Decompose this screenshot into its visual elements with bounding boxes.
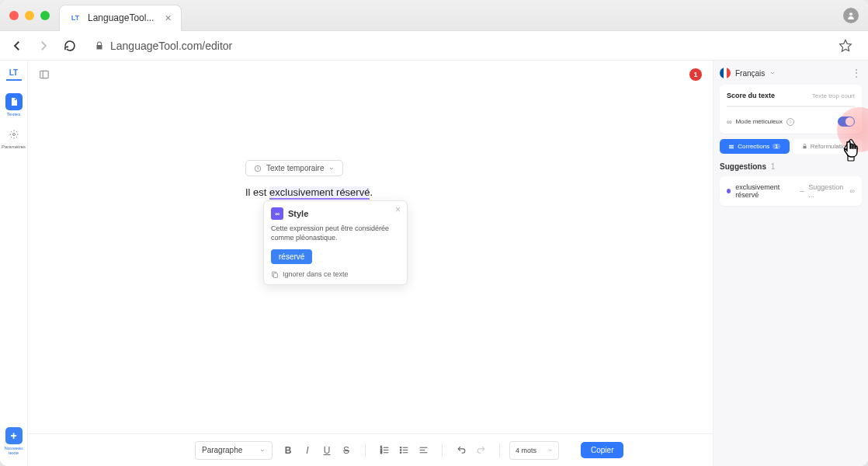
chevron-down-icon — [547, 447, 553, 453]
chevron-down-icon — [259, 447, 266, 454]
svg-point-17 — [400, 450, 401, 451]
chevron-down-icon — [328, 165, 335, 172]
panel-toggle-icon[interactable] — [39, 69, 50, 80]
suggestion-item[interactable]: exclusivement réservé – Suggestion ... ∞ — [720, 176, 862, 206]
forward-button[interactable] — [34, 37, 53, 55]
separator — [442, 443, 443, 457]
chevron-down-icon — [769, 70, 776, 76]
undo-button[interactable] — [452, 441, 470, 460]
traffic-lights — [9, 11, 50, 20]
paragraph-style-select[interactable]: Paragraphe — [195, 441, 273, 460]
bullet-list-button[interactable] — [394, 441, 413, 460]
underline-button[interactable]: U — [318, 441, 336, 460]
tab-corrections-badge: 1 — [773, 144, 780, 149]
user-avatar-icon[interactable] — [843, 8, 859, 23]
history-group — [452, 441, 490, 460]
apply-suggestion-button[interactable]: réservé — [271, 249, 312, 264]
sidebar-item-parametres[interactable]: Paramètres — [2, 123, 26, 152]
panel-tabs: Corrections 1 Reformulations — [720, 139, 862, 154]
clock-icon — [254, 165, 262, 172]
lock-icon — [95, 41, 104, 50]
align-button[interactable] — [414, 441, 432, 460]
tab-corrections-label: Corrections — [738, 143, 769, 150]
text-prefix: Il est — [245, 186, 269, 198]
svg-rect-6 — [273, 273, 277, 278]
tab-favicon-icon: LT — [69, 12, 82, 24]
svg-point-0 — [849, 12, 852, 16]
new-text-label: Nouveau texte — [2, 446, 26, 455]
sidebar-item-label: Textes — [7, 112, 20, 116]
document-title: Texte temporaire — [266, 164, 324, 172]
maximize-window-button[interactable] — [40, 11, 50, 20]
info-icon[interactable]: i — [786, 118, 794, 126]
infinity-icon: ∞ — [850, 187, 855, 195]
check-icon — [728, 144, 734, 150]
suggestions-heading: Suggestions 1 — [720, 162, 862, 171]
content-area: LT Textes Paramètres + Nouveau texte — [0, 61, 868, 466]
svg-point-16 — [400, 447, 401, 448]
dash: – — [800, 187, 804, 195]
browser-tab[interactable]: LT LanguageTool... × — [59, 5, 182, 31]
score-status: Texte trop court — [812, 92, 855, 99]
popup-description: Cette expression peut être considérée co… — [271, 224, 400, 242]
reload-button[interactable] — [61, 37, 79, 55]
ignore-button[interactable]: Ignorer dans ce texte — [271, 270, 400, 278]
left-rail: LT Textes Paramètres + Nouveau texte — [0, 61, 28, 466]
paragraph-label: Paragraphe — [202, 446, 242, 454]
sidebar-item-label: Paramètres — [2, 144, 26, 149]
minimize-window-button[interactable] — [25, 11, 34, 20]
lock-icon — [802, 144, 807, 149]
svg-point-1 — [12, 134, 15, 136]
back-button[interactable] — [8, 37, 26, 55]
language-label: Français — [735, 69, 765, 78]
popup-title: Style — [288, 209, 308, 218]
url-field[interactable]: LanguageTool.com/editor — [87, 36, 860, 56]
style-badge-icon: ∞ — [271, 207, 283, 220]
document-icon — [5, 93, 23, 110]
bottom-toolbar: Paragraphe B I U S 123 — [28, 433, 713, 466]
sidebar-item-textes[interactable]: Textes — [2, 90, 26, 120]
new-text-button[interactable]: + Nouveau texte — [2, 424, 26, 458]
bookmark-star-icon[interactable] — [838, 39, 852, 53]
tab-reformulations[interactable]: Reformulations — [793, 139, 863, 154]
notification-badge[interactable]: 1 — [689, 68, 702, 81]
svg-text:3: 3 — [380, 451, 382, 454]
document-title-dropdown[interactable]: Texte temporaire — [245, 160, 343, 176]
separator — [365, 443, 366, 457]
infinity-icon: ∞ — [727, 118, 731, 126]
close-icon[interactable]: × — [395, 204, 401, 215]
ignore-icon — [271, 270, 279, 278]
strikethrough-button[interactable]: S — [337, 441, 356, 460]
format-group: B I U S — [279, 441, 356, 460]
text-suffix: . — [370, 186, 373, 198]
flag-france-icon — [720, 68, 731, 78]
redo-button[interactable] — [471, 441, 490, 460]
tab-reformulations-label: Reformulations — [811, 143, 852, 150]
list-group: 123 — [375, 441, 432, 460]
app-logo-icon[interactable]: LT — [6, 65, 22, 81]
tab-close-icon[interactable]: × — [165, 12, 171, 24]
plus-icon: + — [5, 427, 23, 444]
meticulous-toggle[interactable] — [838, 116, 855, 127]
separator — [499, 443, 500, 457]
highlighted-text[interactable]: exclusivement réservé — [269, 186, 370, 200]
suggestions-count: 1 — [771, 162, 776, 171]
editor-text-area[interactable]: Il est exclusivement réservé. — [245, 186, 373, 198]
italic-button[interactable]: I — [298, 441, 317, 460]
word-count-select[interactable]: 4 mots — [509, 441, 559, 460]
bold-button[interactable]: B — [279, 441, 297, 460]
suggestion-popup: × ∞ Style Cette expression peut être con… — [263, 200, 408, 285]
suggestion-text: exclusivement réservé — [735, 183, 795, 199]
language-selector[interactable]: Français ⋮ — [720, 67, 862, 79]
more-menu-icon[interactable]: ⋮ — [851, 67, 862, 79]
close-window-button[interactable] — [9, 11, 19, 20]
word-count-label: 4 mots — [516, 447, 536, 454]
numbered-list-button[interactable]: 123 — [375, 441, 394, 460]
suggestion-label: Suggestion ... — [808, 183, 845, 199]
meticulous-label: Mode méticuleux — [735, 118, 782, 125]
copy-button[interactable]: Copier — [581, 442, 623, 458]
score-title: Score du texte — [727, 92, 775, 99]
popup-header: ∞ Style — [271, 207, 400, 220]
tab-corrections[interactable]: Corrections 1 — [720, 139, 790, 154]
svg-point-18 — [400, 452, 401, 454]
